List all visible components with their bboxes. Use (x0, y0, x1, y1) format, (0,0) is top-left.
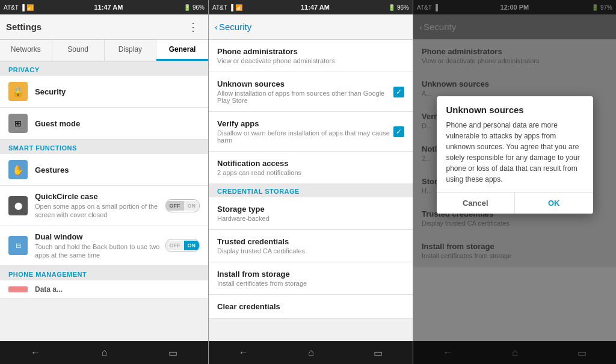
back-nav-1[interactable]: ← (31, 347, 40, 358)
menu-icon[interactable]: ⋮ (184, 18, 202, 36)
security-item-verify-apps[interactable]: Verify apps Disallow or warn before inst… (209, 112, 413, 152)
recents-nav-1[interactable]: ▭ (168, 347, 177, 359)
section-credential-storage: CREDENTIAL STORAGE (209, 184, 413, 197)
time-1: 11:47 AM (94, 4, 123, 11)
signal-icon: ▐ (20, 4, 25, 11)
carrier-2: AT&T (212, 4, 227, 11)
security-item-clear-credentials[interactable]: Clear credentials (209, 295, 413, 319)
settings-item-partial[interactable]: Data a... (0, 280, 208, 298)
security-item-unknown-sources[interactable]: Unknown sources Allow installation of ap… (209, 72, 413, 112)
nav-bar-1: ← ⌂ ▭ (0, 341, 208, 364)
battery-1: 96% (192, 4, 205, 11)
settings-item-quickcircle[interactable]: ⬤ QuickCircle case Open some apps on a s… (0, 186, 208, 226)
settings-panel: AT&T ▐ 📶 11:47 AM 🔋 96% Settings ⋮ Netwo… (0, 0, 208, 364)
unknown-sources-row: Unknown sources Allow installation of ap… (217, 79, 404, 104)
status-bar-2: AT&T ▐ 📶 11:47 AM 🔋 96% (209, 0, 413, 14)
dialog-ok-button[interactable]: OK (515, 193, 593, 214)
security-back-button[interactable]: ‹ Security (215, 22, 251, 32)
status-right-2: 🔋 96% (388, 4, 409, 11)
gestures-item-text: Gestures (35, 165, 200, 174)
guest-icon-wrapper: ⊞ (8, 114, 28, 133)
tab-networks[interactable]: Networks (0, 40, 52, 61)
battery-icon-2: 🔋 (388, 4, 395, 11)
status-bar-1: AT&T ▐ 📶 11:47 AM 🔋 96% (0, 0, 208, 14)
security-item-notification-access[interactable]: Notification access 2 apps can read noti… (209, 152, 413, 184)
status-right-1: 🔋 96% (183, 4, 205, 11)
guest-item-title: Guest mode (35, 119, 200, 128)
home-nav-2[interactable]: ⌂ (308, 347, 314, 358)
dualwindow-toggle[interactable]: OFF ON (165, 239, 200, 252)
security-item-text: Security (35, 87, 200, 96)
gestures-item-title: Gestures (35, 165, 200, 174)
partial-bar (8, 286, 28, 292)
home-nav-1[interactable]: ⌂ (102, 347, 108, 358)
dialog-overlay: Unknown sources Phone and personal data … (413, 0, 616, 364)
section-privacy: PRIVACY (0, 61, 208, 76)
security-item-title: Security (35, 87, 200, 96)
dualwindow-item-title: Dual window (35, 232, 165, 241)
quickcircle-toggle[interactable]: OFF ON (165, 199, 200, 212)
wifi-icon-2: 📶 (235, 4, 242, 11)
security-item-trusted-credentials[interactable]: Trusted credentials Display trusted CA c… (209, 230, 413, 262)
dualwindow-icon-wrapper: ⊟ (8, 236, 28, 255)
lock-icon: 🔒 (8, 82, 28, 101)
settings-tabs: Networks Sound Display General (0, 40, 208, 61)
dialog-body: Phone and personal data are more vulnera… (437, 120, 593, 192)
battery-icon-1: 🔋 (183, 4, 191, 11)
verify-apps-text: Verify apps Disallow or warn before inst… (217, 119, 393, 144)
quickcircle-item-text: QuickCircle case Open some apps on a sma… (35, 192, 165, 220)
tab-sound[interactable]: Sound (52, 40, 105, 61)
dualwindow-item-sub: Touch and hold the Back button to use tw… (35, 242, 165, 260)
tab-general[interactable]: General (156, 40, 208, 61)
dualwindow-toggle-on: ON (184, 241, 200, 250)
dualwindow-item-text: Dual window Touch and hold the Back butt… (35, 232, 165, 260)
security-item-install-storage[interactable]: Install from storage Install certificate… (209, 262, 413, 295)
security-list: Phone administrators View or deactivate … (209, 40, 413, 341)
security-item-storage-type[interactable]: Storage type Hardware-backed (209, 197, 413, 230)
status-left-1: AT&T ▐ 📶 (4, 4, 34, 11)
dialog-buttons: Cancel OK (437, 192, 593, 214)
security-toolbar: ‹ Security (209, 14, 413, 40)
recents-nav-2[interactable]: ▭ (374, 347, 383, 359)
back-nav-2[interactable]: ← (239, 347, 248, 358)
status-left-2: AT&T ▐ 📶 (212, 4, 242, 11)
quickcircle-item-sub: Open some apps on a small portion of the… (35, 202, 165, 220)
dualwindow-icon: ⊟ (8, 236, 28, 255)
battery-2: 96% (397, 4, 409, 11)
time-2: 11:47 AM (301, 4, 330, 11)
unknown-sources-dialog: Unknown sources Phone and personal data … (437, 96, 593, 214)
toggle-on-label: ON (184, 201, 200, 211)
quickcircle-item-title: QuickCircle case (35, 192, 165, 201)
gesture-icon: ✋ (8, 160, 28, 179)
partial-text: Data a... (35, 285, 200, 294)
guest-item-text: Guest mode (35, 119, 200, 128)
settings-item-security[interactable]: 🔒 Security (0, 76, 208, 108)
guest-icon: ⊞ (8, 114, 28, 133)
quickcircle-icon: ⬤ (8, 196, 28, 215)
settings-item-dualwindow[interactable]: ⊟ Dual window Touch and hold the Back bu… (0, 226, 208, 267)
partial-title: Data a... (35, 285, 200, 294)
section-phone-mgmt: PHONE MANAGEMENT (0, 266, 208, 280)
unknown-sources-text: Unknown sources Allow installation of ap… (217, 79, 393, 104)
settings-title: Settings (6, 22, 184, 32)
quickcircle-icon-wrapper: ⬤ (8, 196, 28, 215)
security-panel: AT&T ▐ 📶 11:47 AM 🔋 96% ‹ Security Phone… (208, 0, 413, 364)
section-smart: SMART FUNCTIONS (0, 140, 208, 154)
settings-item-guest[interactable]: ⊞ Guest mode (0, 108, 208, 140)
settings-toolbar: Settings ⋮ (0, 14, 208, 40)
security-dialog-panel: AT&T ▐ 12:00 PM 🔋 97% ‹ Security Phone a… (413, 0, 616, 364)
security-item-phone-admin[interactable]: Phone administrators View or deactivate … (209, 40, 413, 72)
signal-icon-2: ▐ (229, 4, 233, 11)
wifi-icon: 📶 (26, 4, 34, 11)
verify-apps-row: Verify apps Disallow or warn before inst… (217, 119, 404, 144)
verify-apps-checkbox[interactable]: ✓ (393, 126, 404, 137)
toggle-off-label: OFF (166, 201, 184, 211)
nav-bar-2: ← ⌂ ▭ (209, 341, 413, 364)
dialog-cancel-button[interactable]: Cancel (437, 193, 516, 214)
carrier-1: AT&T (4, 4, 19, 11)
security-icon-wrapper: 🔒 (8, 82, 28, 101)
unknown-sources-checkbox[interactable]: ✓ (393, 87, 404, 97)
settings-item-gestures[interactable]: ✋ Gestures (0, 154, 208, 186)
tab-display[interactable]: Display (105, 40, 157, 61)
gestures-icon-wrapper: ✋ (8, 160, 28, 179)
